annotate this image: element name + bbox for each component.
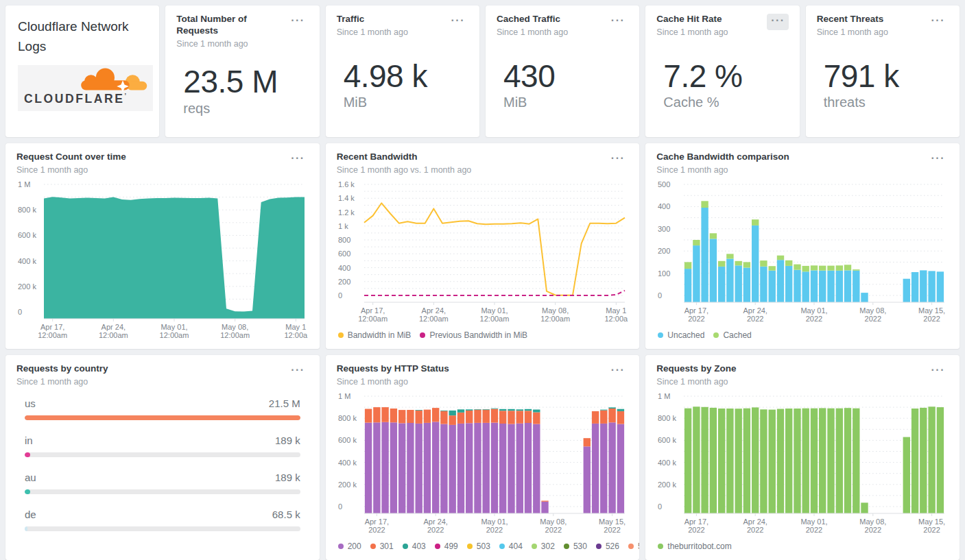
- legend-label: 499: [444, 541, 458, 551]
- country-row: de68.5 k: [25, 509, 300, 531]
- country-value: 189 k: [275, 435, 300, 446]
- svg-text:Apr 24,2022: Apr 24,2022: [743, 518, 767, 534]
- svg-text:500: 500: [658, 180, 670, 188]
- country-label: au: [25, 472, 36, 483]
- stat-value: 430: [503, 60, 628, 93]
- legend-dot-icon: [499, 544, 505, 549]
- panel-menu-icon[interactable]: ···: [767, 14, 788, 30]
- panel-cached-traffic: Cached Traffic Since 1 month ago ··· 430…: [486, 5, 639, 137]
- panel-menu-icon[interactable]: ···: [607, 363, 628, 380]
- panel-menu-icon[interactable]: ···: [287, 363, 308, 380]
- cloudflare-cloud-icon: [62, 67, 150, 95]
- requests_by_zone-svg: 0200 k400 k600 k800 k1 MApr 17,2022Apr 2…: [656, 391, 949, 538]
- legend-dot-icon: [713, 332, 719, 338]
- country-label: in: [25, 435, 33, 446]
- legend-label: Uncached: [667, 330, 704, 340]
- panel-cache-hit-rate: Cache Hit Rate Since 1 month ago ··· 7.2…: [645, 5, 799, 137]
- panel-subtitle: Since 1 month ago: [656, 27, 728, 37]
- chart-legend: UncachedCached: [656, 327, 949, 343]
- svg-text:400 k: 400 k: [18, 256, 36, 265]
- stat-value: 23.5 M: [183, 65, 308, 98]
- legend-label: 404: [509, 541, 523, 551]
- dashboard: Cloudflare Network Logs CLOUDFLARE’ Tota…: [0, 0, 965, 560]
- svg-text:May 01,2022: May 01,2022: [801, 306, 828, 323]
- country-bar-track: [25, 489, 300, 494]
- panel-subtitle: Since 1 month ago: [176, 39, 287, 49]
- legend-item[interactable]: Uncached: [658, 330, 704, 340]
- svg-text:400 k: 400 k: [338, 458, 357, 466]
- legend-dot-icon: [338, 544, 344, 549]
- svg-text:1 M: 1 M: [18, 180, 30, 188]
- svg-text:May 15,2022: May 15,2022: [918, 518, 945, 534]
- panel-menu-icon[interactable]: ···: [927, 14, 949, 30]
- legend-item[interactable]: 404: [499, 541, 523, 551]
- svg-text:600 k: 600 k: [18, 231, 36, 239]
- legend-item[interactable]: Previous Bandwidth in MiB: [420, 330, 527, 340]
- svg-text:Apr 17,2022: Apr 17,2022: [364, 518, 388, 534]
- panel-menu-icon[interactable]: ···: [607, 151, 628, 168]
- svg-text:May 01,2022: May 01,2022: [801, 518, 828, 534]
- svg-text:Apr 24,2022: Apr 24,2022: [423, 518, 447, 534]
- legend-label: Bandwidth in MiB: [348, 330, 412, 340]
- cloudflare-logo-trademark: ’: [125, 92, 128, 99]
- legend-item[interactable]: 301: [370, 541, 394, 551]
- panel-total-requests: Total Number of Requests Since 1 month a…: [165, 5, 319, 137]
- panel-subtitle: Since 1 month ago: [16, 377, 108, 387]
- panel-requests-by-zone: Requests by Zone Since 1 month ago ··· 0…: [645, 355, 960, 560]
- legend-label: 302: [541, 541, 555, 551]
- legend-item[interactable]: 499: [435, 541, 458, 551]
- panel-menu-icon[interactable]: ···: [287, 14, 308, 30]
- svg-text:1 M: 1 M: [338, 392, 350, 400]
- svg-text:100: 100: [658, 269, 670, 277]
- legend-item[interactable]: theburritobot.com: [658, 541, 731, 551]
- legend-item[interactable]: Bandwidth in MiB: [338, 330, 412, 340]
- svg-text:200 k: 200 k: [18, 282, 36, 291]
- svg-text:400: 400: [658, 202, 670, 210]
- legend-item[interactable]: 403: [403, 541, 426, 551]
- country-label: de: [25, 509, 36, 520]
- legend-item[interactable]: 503: [467, 541, 490, 551]
- http_status-svg: 0200 k400 k600 k800 k1 MApr 17,2022Apr 2…: [337, 391, 629, 538]
- legend-item[interactable]: 200: [338, 541, 361, 551]
- panel-menu-icon[interactable]: ···: [607, 14, 628, 30]
- svg-text:200 k: 200 k: [658, 480, 676, 489]
- legend-item[interactable]: Cached: [713, 330, 751, 340]
- svg-text:May 08,2022: May 08,2022: [540, 518, 567, 534]
- legend-item[interactable]: 530: [564, 541, 587, 551]
- cache-bandwidth-chart: 0100200300400500Apr 17,2022Apr 24,2022Ma…: [656, 179, 949, 327]
- country-bar-track: [25, 526, 300, 531]
- legend-item[interactable]: 524: [628, 541, 639, 551]
- panel-title: Request Count over time: [16, 151, 126, 163]
- panel-menu-icon[interactable]: ···: [287, 151, 308, 168]
- svg-text:600: 600: [338, 249, 350, 258]
- legend-item[interactable]: 302: [532, 541, 555, 551]
- panel-menu-icon[interactable]: ···: [927, 151, 949, 168]
- panel-subtitle: Since 1 month ago: [497, 27, 568, 37]
- legend-label: theburritobot.com: [667, 541, 731, 551]
- legend-item[interactable]: 526: [596, 541, 619, 551]
- legend-dot-icon: [628, 544, 634, 549]
- panel-subtitle: Since 1 month ago: [817, 27, 888, 37]
- legend-label: 403: [412, 541, 426, 551]
- svg-text:1.6 k: 1.6 k: [338, 180, 355, 188]
- requests-by-zone-chart: 0200 k400 k600 k800 k1 MApr 17,2022Apr 2…: [656, 391, 949, 538]
- panel-menu-icon[interactable]: ···: [447, 14, 468, 30]
- panel-title: Cached Traffic: [497, 14, 568, 25]
- svg-text:1 M: 1 M: [658, 392, 670, 400]
- svg-text:200: 200: [658, 247, 670, 255]
- panel-subtitle: Since 1 month ago: [656, 165, 789, 175]
- panel-menu-icon[interactable]: ···: [927, 363, 949, 380]
- svg-text:0: 0: [338, 291, 342, 300]
- panel-recent-threats: Recent Threats Since 1 month ago ··· 791…: [806, 5, 960, 137]
- legend-label: 530: [573, 541, 587, 551]
- svg-text:Apr 17,12:00am: Apr 17,12:00am: [38, 323, 67, 339]
- panel-title: Cache Hit Rate: [656, 14, 728, 25]
- legend-label: 526: [606, 541, 619, 551]
- requests-by-country-list: us21.5 Min189 kau189 kde68.5 k: [16, 391, 309, 555]
- panel-subtitle: Since 1 month ago: [337, 377, 449, 387]
- legend-dot-icon: [403, 544, 408, 549]
- svg-text:May 15,2022: May 15,2022: [599, 518, 626, 534]
- country-bar-fill: [25, 415, 300, 420]
- stat-value: 791 k: [824, 60, 949, 93]
- panel-traffic: Traffic Since 1 month ago ··· 4.98 k MiB: [326, 5, 479, 137]
